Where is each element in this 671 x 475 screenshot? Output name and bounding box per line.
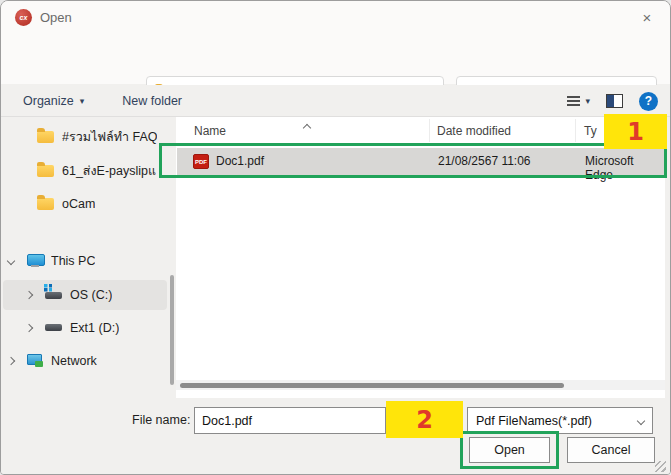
network-icon: [27, 354, 43, 367]
chevron-down-icon: ▾: [80, 96, 85, 106]
sidebar-item-os-c[interactable]: OS (C:): [3, 280, 167, 310]
chevron-right-icon[interactable]: [3, 358, 19, 364]
folder-icon: [37, 131, 54, 143]
column-header-date-modified[interactable]: Date modified: [437, 124, 511, 138]
annotation-step-2: 2: [386, 401, 463, 438]
horizontal-scrollbar[interactable]: [176, 380, 665, 390]
close-icon[interactable]: ×: [636, 7, 658, 27]
new-folder-label: New folder: [122, 94, 182, 108]
sidebar-item-network[interactable]: Network: [3, 347, 167, 374]
app-icon: cx: [15, 9, 32, 26]
sidebar-item-label: oCam: [62, 197, 95, 211]
folder-icon: [37, 198, 54, 210]
sidebar-item-this-pc[interactable]: This PC: [3, 247, 167, 274]
sidebar-item-label: This PC: [51, 254, 95, 268]
os-drive-icon: [45, 292, 62, 299]
sidebar-item-label: 61_ส่งE-payslipแ: [62, 161, 156, 181]
annotation-step-1: 1: [604, 114, 667, 149]
sidebar-item-label: Ext1 (D:): [70, 321, 119, 335]
sidebar-item-label: OS (C:): [70, 288, 112, 302]
preview-pane-icon[interactable]: [606, 94, 623, 108]
help-icon[interactable]: ?: [639, 92, 658, 111]
column-header-name[interactable]: Name: [194, 124, 226, 138]
chevron-down-icon: ▾: [585, 96, 590, 106]
organize-label: Organize: [23, 94, 74, 108]
open-dialog: cx Open × ← → ↑ « BplusHrm ... › BG_Pays…: [0, 0, 671, 475]
sort-ascending-icon[interactable]: [304, 120, 310, 134]
folder-icon: [37, 165, 54, 177]
file-type-select[interactable]: Pdf FileNames(*.pdf): [467, 407, 653, 434]
list-view-icon: [567, 96, 580, 106]
sidebar-item-faq-folder[interactable]: #รวมไฟล์ทำ FAQ: [3, 123, 167, 150]
sidebar-item-ext1-d[interactable]: Ext1 (D:): [3, 314, 167, 341]
organize-button[interactable]: Organize ▾: [15, 90, 92, 112]
file-name-input[interactable]: [194, 407, 386, 434]
list-header: Name Date modified Ty: [176, 117, 665, 144]
navigation-row: ← → ↑ « BplusHrm ... › BG_Payslip: [1, 34, 670, 84]
sidebar-item-label: Network: [51, 354, 97, 368]
sidebar-item-epayslip-folder[interactable]: 61_ส่งE-payslipแ: [3, 157, 167, 184]
cancel-button[interactable]: Cancel: [567, 437, 655, 463]
annotation-open-button-highlight: [460, 431, 559, 469]
annotation-file-row-highlight: [159, 143, 667, 178]
file-type-value: Pdf FileNames(*.pdf): [476, 414, 592, 428]
title-bar: cx Open ×: [1, 1, 670, 34]
this-pc-icon: [27, 254, 43, 267]
window-title: Open: [40, 10, 72, 25]
column-divider[interactable]: [575, 119, 576, 142]
horizontal-scrollbar-thumb[interactable]: [180, 383, 564, 388]
chevron-right-icon[interactable]: [21, 325, 37, 331]
column-header-type[interactable]: Ty: [584, 124, 597, 138]
chevron-down-icon: [637, 416, 645, 424]
file-name-label: File name:: [132, 413, 190, 427]
footer: File name: Pdf FileNames(*.pdf) Open Can…: [1, 398, 670, 475]
sidebar-scrollbar[interactable]: [170, 275, 174, 385]
sidebar-item-ocam-folder[interactable]: oCam: [3, 190, 167, 217]
chevron-down-icon[interactable]: [3, 258, 19, 264]
toolbar: Organize ▾ New folder ▾ ?: [1, 85, 670, 117]
drive-icon: [45, 324, 62, 331]
resize-grip[interactable]: [655, 461, 666, 472]
column-divider[interactable]: [429, 119, 430, 142]
navigation-sidebar: #รวมไฟล์ทำ FAQ 61_ส่งE-payslipแ oCam Thi…: [1, 117, 175, 398]
view-mode-button[interactable]: ▾: [567, 96, 590, 106]
chevron-right-icon[interactable]: [21, 292, 37, 298]
new-folder-button[interactable]: New folder: [114, 90, 190, 112]
sidebar-item-label: #รวมไฟล์ทำ FAQ: [62, 127, 157, 147]
